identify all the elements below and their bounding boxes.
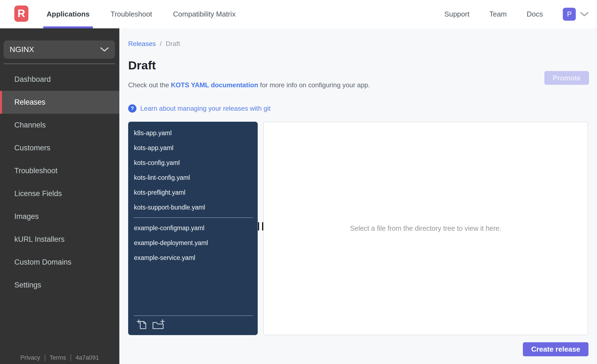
file-item[interactable]: kots-preflight.yaml [128,185,258,200]
app-selector-dropdown[interactable]: NGINX [4,40,115,59]
nav-tab-applications-label: Applications [47,10,90,18]
main-content: Releases / Draft Draft Check out the KOT… [119,28,597,364]
sidebar-item-images[interactable]: Images [0,205,119,228]
sidebar-item-label: Customers [14,144,50,152]
git-help-link[interactable]: Learn about managing your releases with … [140,105,270,112]
kots-yaml-docs-link[interactable]: KOTS YAML documentation [171,81,258,89]
breadcrumb-separator: / [160,40,162,47]
file-tree-actions-bar [128,313,258,335]
nav-link-team[interactable]: Team [489,10,507,18]
new-folder-icon[interactable] [152,319,165,330]
sidebar-nav: Dashboard Releases Channels Customers Tr… [0,68,119,297]
active-tab-underline [43,26,93,28]
nav-link-support[interactable]: Support [444,10,469,18]
sidebar-divider [4,63,115,64]
file-viewer-placeholder: Select a file from the directory tree to… [350,224,501,232]
intro-text-after: for more info on configuring your app. [258,81,370,89]
sidebar-item-custom-domains[interactable]: Custom Domains [0,251,119,274]
nav-tab-troubleshoot[interactable]: Troubleshoot [109,0,154,28]
breadcrumb: Releases / Draft [128,40,180,48]
page-title: Draft [128,59,156,72]
sidebar: NGINX Dashboard Releases Channels Custom… [0,28,119,364]
file-item[interactable]: kots-lint-config.yaml [128,170,258,185]
sidebar-item-kurl-installers[interactable]: kURL Installers [0,228,119,251]
file-tree-list: k8s-app.yaml kots-app.yaml kots-config.y… [128,122,258,265]
chevron-down-icon [100,47,109,52]
top-nav-bar: R Applications Troubleshoot Compatibilit… [0,0,597,28]
file-item[interactable]: k8s-app.yaml [128,126,258,140]
sidebar-item-channels[interactable]: Channels [0,114,119,137]
build-id: 4a7a091 [76,354,99,361]
file-viewer-panel: Select a file from the directory tree to… [263,122,588,335]
primary-nav-tabs: Applications Troubleshoot Compatibility … [45,0,237,28]
sidebar-item-label: Images [14,212,39,221]
footer-separator [71,354,71,361]
breadcrumb-current: Draft [166,40,180,47]
chevron-down-icon[interactable] [580,12,589,17]
panel-resize-handle[interactable] [257,222,264,231]
file-item[interactable]: example-configmap.yaml [128,221,258,235]
footer-separator [45,354,45,361]
file-item[interactable]: example-deployment.yaml [128,235,258,250]
sidebar-item-troubleshoot[interactable]: Troubleshoot [0,159,119,182]
help-icon: ? [128,104,136,113]
replicated-logo[interactable]: R [14,6,28,22]
file-item[interactable]: kots-config.yaml [128,155,258,170]
nav-tab-applications[interactable]: Applications [45,0,91,28]
resize-grip-bar [262,222,263,230]
sidebar-item-label: kURL Installers [14,235,64,244]
new-file-icon[interactable] [136,319,147,330]
sidebar-item-releases[interactable]: Releases [0,91,119,114]
resize-grip-bar [258,222,259,230]
privacy-link[interactable]: Privacy [20,354,40,361]
file-tree-panel: k8s-app.yaml kots-app.yaml kots-config.y… [128,122,258,335]
sidebar-item-settings[interactable]: Settings [0,274,119,297]
sidebar-item-label: Troubleshoot [14,167,58,175]
git-help-row[interactable]: ? Learn about managing your releases wit… [128,104,270,113]
sidebar-item-label: Settings [14,281,41,289]
sidebar-item-label: Dashboard [14,75,51,84]
nav-link-docs[interactable]: Docs [527,10,543,18]
top-nav-right: Support Team Docs P [444,0,589,28]
breadcrumb-releases-link[interactable]: Releases [128,40,156,47]
promote-button[interactable]: Promote [544,71,589,85]
nav-tab-compatibility-matrix-label: Compatibility Matrix [173,10,236,18]
nav-tab-troubleshoot-label: Troubleshoot [111,10,152,18]
file-item[interactable]: example-service.yaml [128,250,258,265]
terms-link[interactable]: Terms [50,354,66,361]
sidebar-footer: Privacy Terms 4a7a091 [0,354,119,361]
avatar[interactable]: P [563,8,576,21]
nav-tab-compatibility-matrix[interactable]: Compatibility Matrix [171,0,237,28]
app-selector-value: NGINX [10,45,100,54]
sidebar-item-customers[interactable]: Customers [0,137,119,159]
sidebar-item-dashboard[interactable]: Dashboard [0,68,119,91]
file-item[interactable]: kots-app.yaml [128,140,258,155]
intro-text-before: Check out the [128,81,171,89]
sidebar-item-label: Custom Domains [14,258,71,267]
file-tree-divider [134,218,253,218]
sidebar-item-label: Channels [14,121,46,129]
file-item[interactable]: kots-support-bundle.yaml [128,200,258,215]
account-menu[interactable]: P [563,8,589,21]
intro-text: Check out the KOTS YAML documentation fo… [128,81,370,89]
sidebar-item-license-fields[interactable]: License Fields [0,182,119,205]
sidebar-item-label: License Fields [14,189,62,198]
sidebar-item-label: Releases [14,98,45,107]
create-release-button[interactable]: Create release [523,342,588,356]
